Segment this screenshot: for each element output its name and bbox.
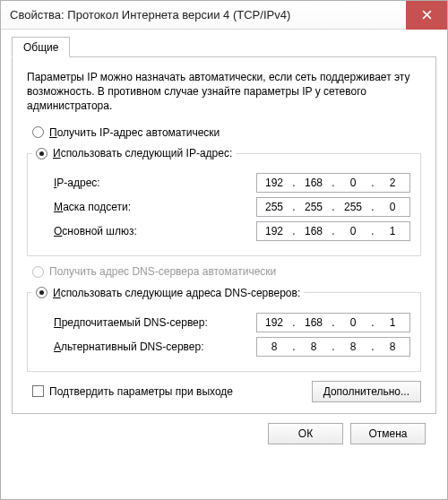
ip-manual-group: Использовать следующий IP-адрес: IP-адре…: [27, 146, 421, 257]
radio-icon: [36, 287, 47, 298]
radio-icon: [36, 148, 47, 159]
checkbox-icon: [32, 385, 44, 397]
cancel-button[interactable]: Отмена: [350, 423, 426, 444]
alternate-dns-row: Альтернативный DNS-сервер: 8. 8. 8. 8: [54, 337, 410, 357]
bottom-row: Подтвердить параметры при выходе Дополни…: [27, 381, 421, 402]
ip-auto-label: Получить IP-адрес автоматически: [49, 126, 220, 139]
preferred-dns-row: Предпочитаемый DNS-сервер: 192. 168. 0. …: [54, 313, 410, 332]
subnet-mask-row: Маска подсети: 255. 255. 255. 0: [54, 197, 410, 217]
tabbar: Общие: [12, 37, 436, 56]
alternate-dns-label: Альтернативный DNS-сервер:: [54, 341, 256, 353]
window-title: Свойства: Протокол Интернета версии 4 (T…: [10, 8, 406, 22]
close-icon: [422, 10, 432, 20]
preferred-dns-label: Предпочитаемый DNS-сервер:: [54, 316, 256, 329]
ip-address-row: IP-адрес: 192. 168. 0. 2: [54, 173, 410, 193]
ok-button[interactable]: ОК: [268, 423, 343, 444]
gateway-row: Основной шлюз: 192. 168. 0. 1: [54, 221, 410, 241]
ip-manual-radio-row[interactable]: Использовать следующий IP-адрес:: [32, 147, 236, 159]
dialog-actions: ОК Отмена: [12, 414, 436, 444]
ip-address-input[interactable]: 192. 168. 0. 2: [256, 173, 410, 193]
advanced-button[interactable]: Дополнительно...: [312, 381, 421, 402]
dns-manual-label: Использовать следующие адреса DNS-сервер…: [53, 287, 300, 299]
gateway-label: Основной шлюз:: [54, 225, 256, 237]
gateway-input[interactable]: 192. 168. 0. 1: [256, 221, 410, 241]
close-button[interactable]: [406, 1, 447, 30]
validate-on-exit-checkbox[interactable]: Подтвердить параметры при выходе: [32, 385, 233, 398]
radio-icon: [32, 126, 44, 138]
subnet-mask-input[interactable]: 255. 255. 255. 0: [256, 197, 410, 217]
tab-general[interactable]: Общие: [12, 37, 70, 57]
dns-auto-label: Получить адрес DNS-сервера автоматически: [49, 265, 276, 278]
ip-address-label: IP-адрес:: [54, 177, 256, 189]
ip-manual-label: Использовать следующий IP-адрес:: [53, 147, 232, 159]
dns-manual-radio-row[interactable]: Использовать следующие адреса DNS-сервер…: [32, 287, 304, 299]
titlebar: Свойства: Протокол Интернета версии 4 (T…: [1, 1, 447, 30]
subnet-mask-label: Маска подсети:: [54, 201, 256, 213]
ip-auto-radio-row[interactable]: Получить IP-адрес автоматически: [32, 126, 421, 139]
dns-auto-radio-row: Получить адрес DNS-сервера автоматически: [32, 265, 421, 278]
description-text: Параметры IP можно назначать автоматичес…: [27, 70, 421, 114]
dns-manual-group: Использовать следующие адреса DNS-сервер…: [27, 285, 421, 372]
tab-panel: Параметры IP можно назначать автоматичес…: [12, 56, 436, 414]
validate-on-exit-label: Подтвердить параметры при выходе: [49, 385, 233, 398]
radio-icon: [32, 266, 44, 278]
client-area: Общие Параметры IP можно назначать автом…: [1, 30, 447, 453]
alternate-dns-input[interactable]: 8. 8. 8. 8: [256, 337, 410, 357]
preferred-dns-input[interactable]: 192. 168. 0. 1: [256, 313, 410, 332]
